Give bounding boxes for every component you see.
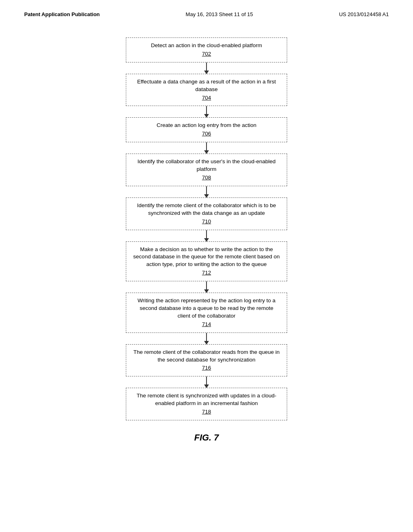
header-right-text: US 2013/0124458 A1 [339, 11, 389, 17]
step-number-710: 710 [202, 218, 211, 226]
flow-box-718: The remote client is synchronized with u… [126, 388, 287, 420]
page-header: Patent Application Publication May 16, 2… [0, 0, 413, 21]
diagram-container: Detect an action in the cloud-enabled pl… [0, 21, 413, 451]
step-number-714: 714 [202, 321, 211, 328]
arrow-708-to-710 [206, 186, 207, 197]
flow-box-702: Detect an action in the cloud-enabled pl… [126, 37, 287, 62]
flow-box-712: Make a decision as to whether to write t… [126, 241, 287, 282]
arrow-712-to-714 [206, 281, 207, 293]
step-number-712: 712 [202, 269, 211, 277]
step-number-702: 702 [202, 50, 211, 58]
flow-box-704: Effectuate a data change as a result of … [126, 74, 287, 106]
patent-page: Patent Application Publication May 16, 2… [0, 0, 413, 532]
flow-box-708: Identify the collaborator of the user's … [126, 154, 287, 186]
step-number-718: 718 [202, 408, 211, 416]
arrow-714-to-716 [206, 333, 207, 344]
step-number-716: 716 [202, 364, 211, 372]
flow-box-706: Create an action log entry from the acti… [126, 117, 287, 142]
arrow-704-to-706 [206, 106, 207, 117]
arrow-702-to-704 [206, 62, 207, 74]
flow-box-714: Writing the action represented by the ac… [126, 293, 287, 333]
header-left-text: Patent Application Publication [24, 11, 100, 17]
flowchart: Detect an action in the cloud-enabled pl… [126, 37, 287, 420]
arrow-716-to-718 [206, 376, 207, 388]
step-number-706: 706 [202, 130, 211, 138]
flow-box-716: The remote client of the collaborator re… [126, 344, 287, 377]
arrow-706-to-708 [206, 142, 207, 154]
arrow-710-to-712 [206, 230, 207, 241]
flow-box-710: Identify the remote client of the collab… [126, 197, 287, 230]
figure-caption: FIG. 7 [194, 432, 219, 443]
step-number-704: 704 [202, 94, 211, 102]
step-number-708: 708 [202, 174, 211, 182]
header-center-text: May 16, 2013 Sheet 11 of 15 [186, 11, 253, 17]
